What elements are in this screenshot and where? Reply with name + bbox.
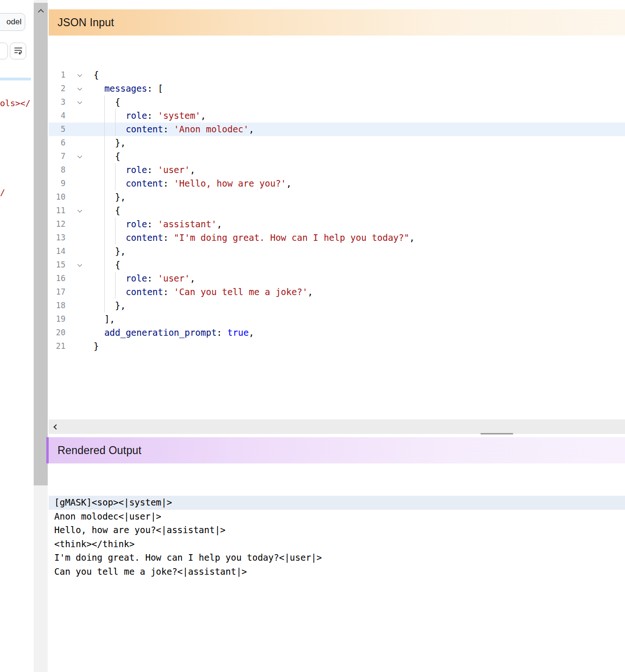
rendered-output-area[interactable]: [gMASK]<sop><|system|>Anon molodec<|user…	[49, 496, 625, 578]
code-text: messages: [	[94, 82, 625, 95]
code-text: },	[94, 245, 625, 258]
code-line[interactable]: 16role: 'user',	[49, 272, 625, 285]
line-number: 17	[49, 285, 65, 299]
chevron-down-icon	[77, 153, 82, 158]
collapse-panel-button[interactable]	[51, 421, 62, 433]
json-editor[interactable]: 1{2messages: [3{4role: 'system',5content…	[49, 68, 625, 353]
code-line[interactable]: 15{	[49, 258, 625, 272]
output-line: [gMASK]<sop><|system|>	[49, 496, 625, 510]
indent-guide	[115, 285, 116, 299]
code-text: add_generation_prompt: true,	[94, 326, 625, 340]
toolbar-button-partial[interactable]	[0, 43, 8, 59]
code-line[interactable]: 18},	[49, 299, 625, 312]
line-number: 11	[49, 204, 65, 217]
line-number: 14	[49, 245, 65, 258]
vertical-scrollbar[interactable]	[34, 0, 48, 672]
line-number: 5	[49, 123, 65, 136]
indent-guide	[104, 285, 105, 299]
code-text: role: 'system',	[94, 109, 625, 123]
chevron-down-icon	[77, 262, 82, 267]
line-number: 20	[49, 326, 65, 340]
code-text: role: 'user',	[94, 163, 625, 177]
code-line[interactable]: 17content: 'Can you tell me a joke?',	[49, 285, 625, 299]
code-line[interactable]: 9content: 'Hello, how are you?',	[49, 177, 625, 190]
main-column: JSON Input 1{2messages: [3{4role: 'syste…	[49, 0, 625, 672]
code-text: content: 'Hello, how are you?',	[94, 177, 625, 190]
code-text: content: "I'm doing great. How can I hel…	[94, 231, 625, 245]
scroll-up-button[interactable]	[34, 5, 48, 17]
chevron-up-icon	[38, 9, 44, 15]
output-line: Anon molodec<|user|>	[49, 510, 625, 524]
fold-spacer	[65, 217, 94, 231]
line-number: 9	[49, 177, 65, 190]
code-line[interactable]: 8role: 'user',	[49, 163, 625, 177]
indent-guide	[104, 272, 105, 285]
code-line[interactable]: 11{	[49, 204, 625, 217]
code-text: content: 'Can you tell me a joke?',	[94, 285, 625, 299]
output-line: Hello, how are you?<|assistant|>	[49, 523, 625, 537]
code-line[interactable]: 10},	[49, 190, 625, 204]
model-selector-tab[interactable]: odel	[0, 13, 25, 31]
indent-guide	[104, 217, 105, 231]
word-wrap-icon	[14, 45, 23, 57]
json-input-title: JSON Input	[58, 16, 114, 29]
rendered-output-header: Rendered Output	[49, 437, 625, 463]
code-line[interactable]: 2messages: [	[49, 82, 625, 95]
code-text: {	[94, 204, 625, 217]
chevron-down-icon	[77, 72, 82, 77]
line-number: 4	[49, 109, 65, 123]
fold-toggle[interactable]	[65, 68, 94, 82]
word-wrap-button[interactable]	[10, 43, 26, 59]
indent-guide	[115, 163, 116, 177]
code-line[interactable]: 21}	[49, 340, 625, 353]
chevron-down-icon	[77, 208, 82, 212]
fold-spacer	[65, 190, 94, 204]
code-line[interactable]: 5content: 'Anon molodec',	[49, 123, 625, 136]
code-text: content: 'Anon molodec',	[94, 123, 625, 136]
template-code-fragment: ols></	[0, 96, 30, 110]
code-line[interactable]: 1{	[49, 68, 625, 82]
fold-toggle[interactable]	[65, 95, 94, 109]
fold-toggle[interactable]	[65, 258, 94, 272]
code-text: },	[94, 190, 625, 204]
fold-spacer	[65, 340, 94, 353]
code-line[interactable]: 13content: "I'm doing great. How can I h…	[49, 231, 625, 245]
code-line[interactable]: 20add_generation_prompt: true,	[49, 326, 625, 340]
panel-divider	[49, 419, 625, 434]
code-text: },	[94, 136, 625, 150]
code-text: {	[94, 150, 625, 163]
indent-guide	[104, 245, 105, 258]
line-number: 19	[49, 312, 65, 326]
chevron-left-icon	[53, 424, 58, 429]
indent-guide	[115, 272, 116, 285]
code-text: {	[94, 68, 625, 82]
fold-spacer	[65, 285, 94, 299]
indent-guide	[104, 123, 105, 136]
code-text: role: 'assistant',	[94, 217, 625, 231]
code-line[interactable]: 7{	[49, 150, 625, 163]
output-line: <think></think>	[49, 537, 625, 551]
indent-guide	[104, 204, 105, 217]
line-number: 12	[49, 217, 65, 231]
indent-guide	[104, 150, 105, 163]
code-line[interactable]: 19],	[49, 312, 625, 326]
line-number: 18	[49, 299, 65, 312]
panel-resize-handle[interactable]	[480, 433, 513, 434]
code-line[interactable]: 14},	[49, 245, 625, 258]
fold-toggle[interactable]	[65, 82, 94, 95]
line-number: 21	[49, 340, 65, 353]
indent-guide	[104, 177, 105, 190]
output-line: Can you tell me a joke?<|assistant|>	[49, 565, 625, 579]
code-line[interactable]: 6},	[49, 136, 625, 150]
fold-toggle[interactable]	[65, 150, 94, 163]
indent-guide	[115, 231, 116, 245]
scrollbar-thumb[interactable]	[34, 3, 48, 485]
code-line[interactable]: 4role: 'system',	[49, 109, 625, 123]
code-line[interactable]: 12role: 'assistant',	[49, 217, 625, 231]
fold-spacer	[65, 299, 94, 312]
fold-toggle[interactable]	[65, 204, 94, 217]
fold-spacer	[65, 312, 94, 326]
indent-guide	[104, 95, 105, 109]
indent-guide	[104, 136, 105, 150]
code-line[interactable]: 3{	[49, 95, 625, 109]
